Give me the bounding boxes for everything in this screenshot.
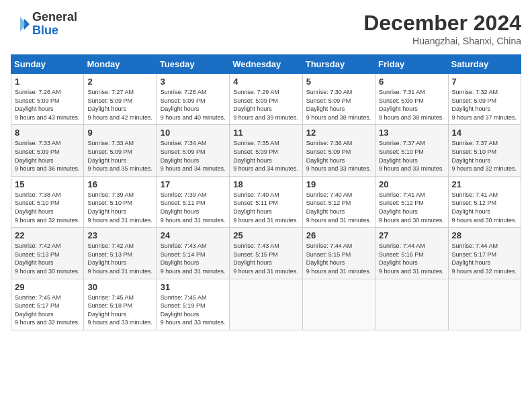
calendar-cell: 15 Sunrise: 7:38 AM Sunset: 5:10 PM Dayl… <box>11 176 84 227</box>
day-number: 14 <box>452 128 517 138</box>
day-info: Sunrise: 7:31 AM Sunset: 5:09 PM Dayligh… <box>379 88 444 122</box>
calendar-table: SundayMondayTuesdayWednesdayThursdayFrid… <box>11 54 521 330</box>
calendar-cell: 10 Sunrise: 7:34 AM Sunset: 5:09 PM Dayl… <box>157 125 229 176</box>
logo: General Blue <box>11 11 77 38</box>
day-number: 21 <box>452 179 517 189</box>
calendar-cell: 18 Sunrise: 7:40 AM Sunset: 5:11 PM Dayl… <box>230 176 302 227</box>
calendar-cell <box>230 279 302 330</box>
calendar-week-2: 8 Sunrise: 7:33 AM Sunset: 5:09 PM Dayli… <box>11 125 521 176</box>
day-number: 22 <box>15 230 80 240</box>
calendar-cell: 27 Sunrise: 7:44 AM Sunset: 5:16 PM Dayl… <box>375 228 448 279</box>
day-info: Sunrise: 7:29 AM Sunset: 5:09 PM Dayligh… <box>233 88 298 122</box>
calendar-cell <box>375 279 448 330</box>
day-number: 16 <box>87 179 152 189</box>
calendar-week-5: 29 Sunrise: 7:45 AM Sunset: 5:17 PM Dayl… <box>11 279 521 330</box>
calendar-cell: 21 Sunrise: 7:41 AM Sunset: 5:12 PM Dayl… <box>448 176 521 227</box>
day-info: Sunrise: 7:33 AM Sunset: 5:09 PM Dayligh… <box>15 139 80 173</box>
day-header-saturday: Saturday <box>448 55 521 74</box>
day-info: Sunrise: 7:40 AM Sunset: 5:12 PM Dayligh… <box>306 191 371 224</box>
day-number: 11 <box>233 128 298 138</box>
day-info: Sunrise: 7:37 AM Sunset: 5:10 PM Dayligh… <box>452 139 517 173</box>
day-number: 2 <box>87 77 152 87</box>
day-number: 7 <box>452 77 517 87</box>
day-number: 23 <box>87 230 152 240</box>
title-area: December 2024 Huangzhai, Shanxi, China <box>363 11 521 46</box>
day-number: 15 <box>15 179 80 189</box>
calendar-cell: 2 Sunrise: 7:27 AM Sunset: 5:09 PM Dayli… <box>84 74 157 125</box>
day-info: Sunrise: 7:45 AM Sunset: 5:17 PM Dayligh… <box>15 293 80 327</box>
calendar-cell: 25 Sunrise: 7:43 AM Sunset: 5:15 PM Dayl… <box>230 228 302 279</box>
calendar-cell: 26 Sunrise: 7:44 AM Sunset: 5:15 PM Dayl… <box>302 228 375 279</box>
day-info: Sunrise: 7:36 AM Sunset: 5:09 PM Dayligh… <box>306 139 371 173</box>
calendar-cell: 12 Sunrise: 7:36 AM Sunset: 5:09 PM Dayl… <box>302 125 375 176</box>
day-number: 25 <box>233 230 298 240</box>
day-info: Sunrise: 7:26 AM Sunset: 5:09 PM Dayligh… <box>15 88 80 122</box>
calendar-cell: 4 Sunrise: 7:29 AM Sunset: 5:09 PM Dayli… <box>230 74 302 125</box>
day-info: Sunrise: 7:42 AM Sunset: 5:13 PM Dayligh… <box>87 242 152 275</box>
day-info: Sunrise: 7:41 AM Sunset: 5:12 PM Dayligh… <box>379 191 444 224</box>
day-info: Sunrise: 7:40 AM Sunset: 5:11 PM Dayligh… <box>233 191 298 224</box>
day-number: 28 <box>452 230 517 240</box>
day-number: 5 <box>306 77 371 87</box>
day-number: 9 <box>87 128 152 138</box>
day-header-friday: Friday <box>375 55 448 74</box>
day-info: Sunrise: 7:39 AM Sunset: 5:11 PM Dayligh… <box>161 191 226 224</box>
day-info: Sunrise: 7:34 AM Sunset: 5:09 PM Dayligh… <box>161 139 226 173</box>
calendar-cell: 19 Sunrise: 7:40 AM Sunset: 5:12 PM Dayl… <box>302 176 375 227</box>
day-info: Sunrise: 7:41 AM Sunset: 5:12 PM Dayligh… <box>452 191 517 224</box>
svg-marker-1 <box>20 17 26 32</box>
calendar-cell: 22 Sunrise: 7:42 AM Sunset: 5:13 PM Dayl… <box>11 228 84 279</box>
day-number: 4 <box>233 77 298 87</box>
day-info: Sunrise: 7:43 AM Sunset: 5:15 PM Dayligh… <box>233 242 298 275</box>
calendar-cell: 16 Sunrise: 7:39 AM Sunset: 5:10 PM Dayl… <box>84 176 157 227</box>
day-number: 26 <box>306 230 371 240</box>
day-info: Sunrise: 7:28 AM Sunset: 5:09 PM Dayligh… <box>161 88 226 122</box>
logo-text: General Blue <box>32 11 77 38</box>
calendar-cell: 23 Sunrise: 7:42 AM Sunset: 5:13 PM Dayl… <box>84 228 157 279</box>
day-header-sunday: Sunday <box>11 55 84 74</box>
day-header-monday: Monday <box>84 55 157 74</box>
day-number: 8 <box>15 128 80 138</box>
day-number: 31 <box>161 282 226 292</box>
day-number: 13 <box>379 128 444 138</box>
day-info: Sunrise: 7:35 AM Sunset: 5:09 PM Dayligh… <box>233 139 298 173</box>
day-number: 17 <box>161 179 226 189</box>
day-number: 10 <box>161 128 226 138</box>
calendar-cell: 3 Sunrise: 7:28 AM Sunset: 5:09 PM Dayli… <box>157 74 229 125</box>
location: Huangzhai, Shanxi, China <box>363 36 521 46</box>
calendar-cell: 30 Sunrise: 7:45 AM Sunset: 5:18 PM Dayl… <box>84 279 157 330</box>
calendar-week-3: 15 Sunrise: 7:38 AM Sunset: 5:10 PM Dayl… <box>11 176 521 227</box>
calendar-cell <box>448 279 521 330</box>
calendar-cell: 7 Sunrise: 7:32 AM Sunset: 5:09 PM Dayli… <box>448 74 521 125</box>
calendar-cell <box>302 279 375 330</box>
day-number: 12 <box>306 128 371 138</box>
calendar-week-4: 22 Sunrise: 7:42 AM Sunset: 5:13 PM Dayl… <box>11 228 521 279</box>
calendar-cell: 17 Sunrise: 7:39 AM Sunset: 5:11 PM Dayl… <box>157 176 229 227</box>
logo-icon <box>11 15 30 34</box>
calendar-cell: 14 Sunrise: 7:37 AM Sunset: 5:10 PM Dayl… <box>448 125 521 176</box>
calendar-cell: 28 Sunrise: 7:44 AM Sunset: 5:17 PM Dayl… <box>448 228 521 279</box>
day-info: Sunrise: 7:30 AM Sunset: 5:09 PM Dayligh… <box>306 88 371 122</box>
day-info: Sunrise: 7:42 AM Sunset: 5:13 PM Dayligh… <box>15 242 80 275</box>
day-info: Sunrise: 7:37 AM Sunset: 5:10 PM Dayligh… <box>379 139 444 173</box>
logo-general: General <box>32 10 77 24</box>
day-info: Sunrise: 7:44 AM Sunset: 5:16 PM Dayligh… <box>379 242 444 275</box>
calendar-cell: 24 Sunrise: 7:43 AM Sunset: 5:14 PM Dayl… <box>157 228 229 279</box>
calendar-cell: 13 Sunrise: 7:37 AM Sunset: 5:10 PM Dayl… <box>375 125 448 176</box>
calendar-cell: 11 Sunrise: 7:35 AM Sunset: 5:09 PM Dayl… <box>230 125 302 176</box>
day-info: Sunrise: 7:43 AM Sunset: 5:14 PM Dayligh… <box>161 242 226 275</box>
calendar-cell: 31 Sunrise: 7:45 AM Sunset: 5:19 PM Dayl… <box>157 279 229 330</box>
day-info: Sunrise: 7:39 AM Sunset: 5:10 PM Dayligh… <box>87 191 152 224</box>
day-info: Sunrise: 7:32 AM Sunset: 5:09 PM Dayligh… <box>452 88 517 122</box>
calendar-cell: 5 Sunrise: 7:30 AM Sunset: 5:09 PM Dayli… <box>302 74 375 125</box>
day-number: 27 <box>379 230 444 240</box>
day-header-tuesday: Tuesday <box>157 55 229 74</box>
day-number: 6 <box>379 77 444 87</box>
day-header-wednesday: Wednesday <box>230 55 302 74</box>
day-number: 1 <box>15 77 80 87</box>
day-number: 3 <box>161 77 226 87</box>
day-info: Sunrise: 7:38 AM Sunset: 5:10 PM Dayligh… <box>15 191 80 224</box>
logo-blue: Blue <box>32 24 58 37</box>
day-number: 29 <box>15 282 80 292</box>
calendar-cell: 1 Sunrise: 7:26 AM Sunset: 5:09 PM Dayli… <box>11 74 84 125</box>
